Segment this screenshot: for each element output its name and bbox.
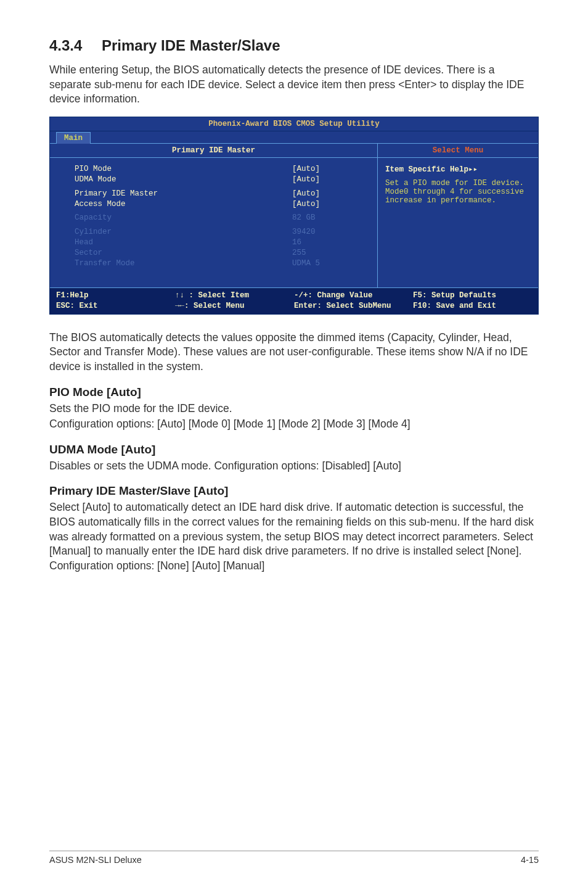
subheading-udma: UDMA Mode [Auto] [49, 443, 539, 456]
help-arrows-icon: ▸▸ [468, 165, 478, 174]
pio-line1: Sets the PIO mode for the IDE device. [49, 402, 539, 416]
subheading-pio: PIO Mode [Auto] [49, 386, 539, 399]
subheading-primary: Primary IDE Master/Slave [Auto] [49, 484, 539, 498]
bios-settings-pane: PIO Mode [Auto] UDMA Mode [Auto] Primary… [50, 158, 378, 287]
page-footer: ASUS M2N-SLI Deluxe 4-15 [49, 851, 539, 865]
key-enter: Enter: Select SubMenu [294, 302, 391, 310]
bios-left-header: Primary IDE Master [50, 144, 378, 158]
bios-tab-row: Main [50, 131, 538, 144]
pio-line2: Configuration options: [Auto] [Mode 0] [… [49, 417, 539, 432]
setting-value: 82 GB [292, 213, 366, 223]
setting-value: [Auto] [292, 164, 366, 175]
setting-access-mode[interactable]: Access Mode [Auto] [75, 199, 366, 210]
setting-cylinder: Cylinder 39420 [75, 227, 366, 237]
setting-label: Head [75, 237, 292, 248]
bios-footer: F1:Help ↑↓ : Select Item -/+: Change Val… [50, 287, 538, 314]
bios-column-headers: Primary IDE Master Select Menu [50, 144, 538, 158]
spacer [385, 174, 531, 179]
section-heading: 4.3.4Primary IDE Master/Slave [49, 37, 539, 54]
setting-transfer-mode: Transfer Mode UDMA 5 [75, 258, 366, 269]
setting-label: Access Mode [75, 199, 292, 210]
section-title-text: Primary IDE Master/Slave [102, 37, 280, 54]
setting-value: 255 [292, 248, 366, 258]
setting-value: 39420 [292, 227, 366, 237]
key-plusminus: -/+: Change Value [294, 291, 373, 300]
key-leftright: →←: Select Menu [175, 302, 245, 310]
udma-line1: Disables or sets the UDMA mode. Configur… [49, 459, 539, 474]
key-f5: F5: Setup Defaults [413, 291, 496, 300]
primary-body: Select [Auto] to automatically detect an… [49, 500, 539, 573]
tab-main[interactable]: Main [56, 132, 91, 144]
setting-label: Capacity [75, 213, 292, 223]
setting-label: UDMA Mode [75, 175, 292, 185]
key-f1: F1:Help [56, 291, 89, 300]
setting-capacity: Capacity 82 GB [75, 213, 366, 223]
key-esc: ESC: Exit [56, 302, 98, 310]
bios-title: Phoenix-Award BIOS CMOS Setup Utility [50, 117, 538, 131]
setting-head: Head 16 [75, 237, 366, 248]
setting-value: [Auto] [292, 175, 366, 185]
key-updown: ↑↓ : Select Item [175, 291, 249, 300]
setting-label: PIO Mode [75, 164, 292, 175]
bios-screenshot: Phoenix-Award BIOS CMOS Setup Utility Ma… [49, 117, 539, 315]
key-f10: F10: Save and Exit [413, 302, 496, 310]
setting-udma-mode[interactable]: UDMA Mode [Auto] [75, 175, 366, 185]
setting-sector: Sector 255 [75, 248, 366, 258]
intro-paragraph: While entering Setup, the BIOS automatic… [49, 63, 539, 107]
setting-pio-mode[interactable]: PIO Mode [Auto] [75, 164, 366, 175]
setting-value: 16 [292, 237, 366, 248]
help-body: Set a PIO mode for IDE device. Mode0 thr… [385, 179, 531, 205]
setting-label: Primary IDE Master [75, 189, 292, 199]
setting-label: Transfer Mode [75, 258, 292, 269]
footer-product: ASUS M2N-SLI Deluxe [49, 855, 142, 865]
section-number: 4.3.4 [49, 37, 102, 54]
footer-page-number: 4-15 [521, 855, 539, 865]
setting-value: UDMA 5 [292, 258, 366, 269]
after-bios-paragraph: The BIOS automatically detects the value… [49, 331, 539, 374]
bios-help-pane: Item Specific Help▸▸ Set a PIO mode for … [378, 158, 538, 287]
setting-label: Cylinder [75, 227, 292, 237]
setting-label: Sector [75, 248, 292, 258]
help-title: Item Specific Help [385, 165, 468, 174]
setting-value: [Auto] [292, 199, 366, 210]
setting-primary-ide-master[interactable]: Primary IDE Master [Auto] [75, 189, 366, 199]
bios-body: PIO Mode [Auto] UDMA Mode [Auto] Primary… [50, 158, 538, 287]
setting-value: [Auto] [292, 189, 366, 199]
bios-right-header: Select Menu [378, 144, 538, 158]
